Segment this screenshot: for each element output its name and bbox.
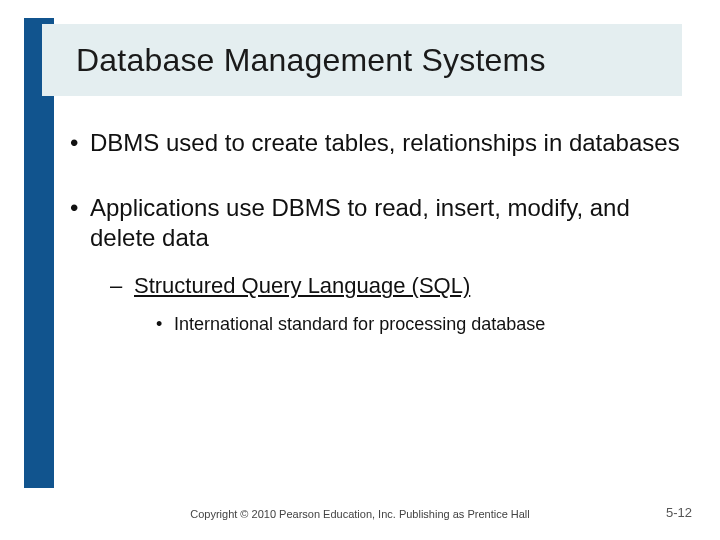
title-band: Database Management Systems [42,24,682,96]
slide-content: DBMS used to create tables, relationship… [70,128,690,370]
bullet-item: Applications use DBMS to read, insert, m… [70,193,690,336]
slide-title: Database Management Systems [76,42,546,79]
footer-copyright: Copyright © 2010 Pearson Education, Inc.… [0,508,720,520]
sub2-bullet-text: International standard for processing da… [174,314,545,334]
bullet-item: DBMS used to create tables, relationship… [70,128,690,159]
sub2-bullet-item: International standard for processing da… [156,313,690,336]
bullet-text: DBMS used to create tables, relationship… [90,129,680,156]
bullet-text: Applications use DBMS to read, insert, m… [90,194,630,252]
page-number: 5-12 [666,505,692,520]
sub-bullet-item: Structured Query Language (SQL) Internat… [110,272,690,336]
sub-bullet-text: Structured Query Language (SQL) [134,273,470,298]
